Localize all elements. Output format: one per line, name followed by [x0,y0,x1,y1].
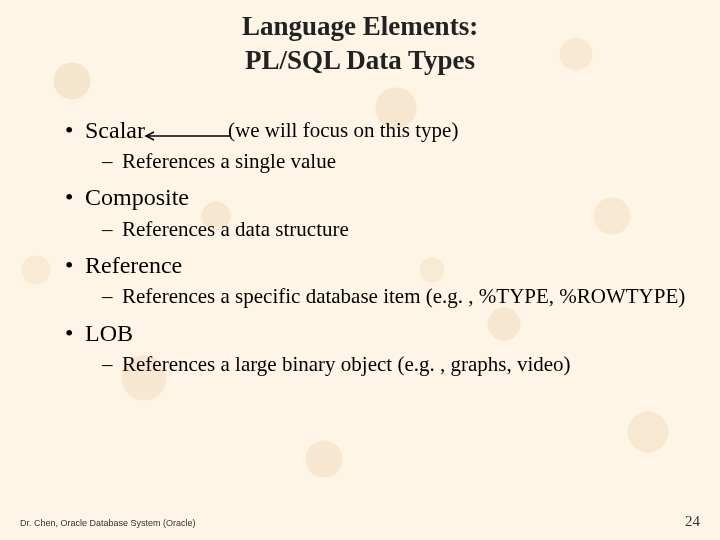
sub-scalar: –References a single value [30,148,690,175]
composite-label: Composite [85,184,189,210]
bullet-dot-icon: • [65,317,85,349]
scalar-label: Scalar [85,117,145,143]
bullet-dot-icon: • [65,114,85,146]
bullet-dot-icon: • [65,181,85,213]
dash-icon: – [102,148,122,175]
sub-reference: –References a specific database item (e.… [30,283,690,310]
scalar-sub: References a single value [122,149,336,173]
bullet-composite: •Composite [30,181,690,213]
title-line-2: PL/SQL Data Types [0,44,720,78]
lob-label: LOB [85,320,133,346]
page-number: 24 [685,513,700,530]
slide: Language Elements: PL/SQL Data Types (we… [0,0,720,540]
bullet-reference: •Reference [30,249,690,281]
dash-icon: – [102,283,122,310]
reference-sub: References a specific database item (e.g… [122,284,685,308]
lob-sub: References a large binary object (e.g. ,… [122,352,571,376]
title-line-1: Language Elements: [0,10,720,44]
sub-lob: –References a large binary object (e.g. … [30,351,690,378]
dash-icon: – [102,216,122,243]
bullet-lob: •LOB [30,317,690,349]
composite-sub: References a data structure [122,217,349,241]
sub-composite: –References a data structure [30,216,690,243]
slide-title: Language Elements: PL/SQL Data Types [0,0,720,78]
slide-body: (we will focus on this type) •Scalar –Re… [0,78,720,379]
bullet-dot-icon: • [65,249,85,281]
footer-author: Dr. Chen, Oracle Database System (Oracle… [20,518,196,528]
reference-label: Reference [85,252,182,278]
scalar-annotation: (we will focus on this type) [228,118,458,143]
dash-icon: – [102,351,122,378]
